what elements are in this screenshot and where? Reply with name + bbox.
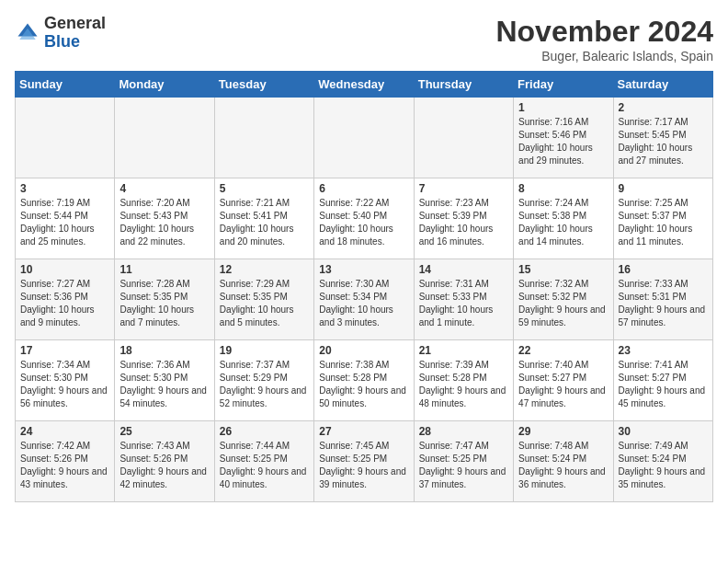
- day-info: Sunrise: 7:48 AM Sunset: 5:24 PM Dayligh…: [518, 440, 608, 491]
- day-number: 26: [220, 425, 309, 438]
- day-number: 23: [619, 344, 708, 357]
- calendar-cell: [115, 98, 214, 178]
- calendar-cell: 29Sunrise: 7:48 AM Sunset: 5:24 PM Dayli…: [514, 421, 613, 502]
- day-number: 28: [419, 425, 508, 438]
- day-number: 1: [518, 101, 608, 114]
- calendar-cell: 2Sunrise: 7:17 AM Sunset: 5:45 PM Daylig…: [613, 98, 712, 178]
- calendar-cell: 12Sunrise: 7:29 AM Sunset: 5:35 PM Dayli…: [214, 259, 313, 340]
- day-number: 19: [220, 344, 309, 357]
- day-number: 9: [619, 182, 708, 195]
- calendar-cell: 25Sunrise: 7:43 AM Sunset: 5:26 PM Dayli…: [115, 421, 214, 502]
- calendar-cell: 18Sunrise: 7:36 AM Sunset: 5:30 PM Dayli…: [115, 340, 214, 421]
- day-info: Sunrise: 7:25 AM Sunset: 5:37 PM Dayligh…: [619, 197, 708, 248]
- day-info: Sunrise: 7:24 AM Sunset: 5:38 PM Dayligh…: [518, 197, 608, 248]
- calendar-cell: 11Sunrise: 7:28 AM Sunset: 5:35 PM Dayli…: [115, 259, 214, 340]
- day-number: 22: [518, 344, 608, 357]
- calendar-cell: 15Sunrise: 7:32 AM Sunset: 5:32 PM Dayli…: [514, 259, 613, 340]
- calendar-cell: 21Sunrise: 7:39 AM Sunset: 5:28 PM Dayli…: [414, 340, 513, 421]
- day-info: Sunrise: 7:42 AM Sunset: 5:26 PM Dayligh…: [20, 440, 109, 491]
- location: Buger, Balearic Islands, Spain: [495, 49, 713, 63]
- week-row-2: 3Sunrise: 7:19 AM Sunset: 5:44 PM Daylig…: [16, 178, 713, 259]
- day-info: Sunrise: 7:49 AM Sunset: 5:24 PM Dayligh…: [619, 440, 708, 491]
- week-row-3: 10Sunrise: 7:27 AM Sunset: 5:36 PM Dayli…: [16, 259, 713, 340]
- day-info: Sunrise: 7:43 AM Sunset: 5:26 PM Dayligh…: [119, 440, 209, 491]
- day-number: 16: [619, 263, 708, 276]
- calendar-cell: 16Sunrise: 7:33 AM Sunset: 5:31 PM Dayli…: [613, 259, 712, 340]
- week-row-1: 1Sunrise: 7:16 AM Sunset: 5:46 PM Daylig…: [16, 98, 713, 178]
- title-area: November 2024 Buger, Balearic Islands, S…: [495, 15, 713, 63]
- calendar-cell: 14Sunrise: 7:31 AM Sunset: 5:33 PM Dayli…: [414, 259, 513, 340]
- day-info: Sunrise: 7:31 AM Sunset: 5:33 PM Dayligh…: [419, 278, 508, 329]
- day-info: Sunrise: 7:32 AM Sunset: 5:32 PM Dayligh…: [518, 278, 608, 329]
- day-info: Sunrise: 7:38 AM Sunset: 5:28 PM Dayligh…: [319, 359, 408, 410]
- day-number: 17: [20, 344, 109, 357]
- week-row-5: 24Sunrise: 7:42 AM Sunset: 5:26 PM Dayli…: [16, 421, 713, 502]
- day-number: 11: [119, 263, 209, 276]
- day-number: 10: [20, 263, 109, 276]
- logo: General Blue: [15, 15, 106, 52]
- header-day-saturday: Saturday: [613, 72, 712, 98]
- header-day-monday: Monday: [115, 72, 214, 98]
- calendar-table: SundayMondayTuesdayWednesdayThursdayFrid…: [15, 71, 713, 502]
- calendar-cell: 28Sunrise: 7:47 AM Sunset: 5:25 PM Dayli…: [414, 421, 513, 502]
- calendar-cell: 5Sunrise: 7:21 AM Sunset: 5:41 PM Daylig…: [214, 178, 313, 259]
- day-number: 20: [319, 344, 408, 357]
- week-row-4: 17Sunrise: 7:34 AM Sunset: 5:30 PM Dayli…: [16, 340, 713, 421]
- logo-text: General Blue: [44, 15, 106, 52]
- calendar-cell: 17Sunrise: 7:34 AM Sunset: 5:30 PM Dayli…: [16, 340, 115, 421]
- day-info: Sunrise: 7:39 AM Sunset: 5:28 PM Dayligh…: [419, 359, 508, 410]
- day-info: Sunrise: 7:30 AM Sunset: 5:34 PM Dayligh…: [319, 278, 408, 329]
- calendar-cell: 8Sunrise: 7:24 AM Sunset: 5:38 PM Daylig…: [514, 178, 613, 259]
- calendar-cell: 23Sunrise: 7:41 AM Sunset: 5:27 PM Dayli…: [613, 340, 712, 421]
- day-number: 30: [619, 425, 708, 438]
- calendar-cell: 19Sunrise: 7:37 AM Sunset: 5:29 PM Dayli…: [214, 340, 313, 421]
- day-number: 5: [220, 182, 309, 195]
- day-number: 6: [319, 182, 408, 195]
- day-info: Sunrise: 7:20 AM Sunset: 5:43 PM Dayligh…: [119, 197, 209, 248]
- calendar-cell: [314, 98, 414, 178]
- calendar-cell: 26Sunrise: 7:44 AM Sunset: 5:25 PM Dayli…: [214, 421, 313, 502]
- day-number: 18: [119, 344, 209, 357]
- calendar-cell: 6Sunrise: 7:22 AM Sunset: 5:40 PM Daylig…: [314, 178, 414, 259]
- calendar-cell: 22Sunrise: 7:40 AM Sunset: 5:27 PM Dayli…: [514, 340, 613, 421]
- day-info: Sunrise: 7:16 AM Sunset: 5:46 PM Dayligh…: [518, 116, 608, 167]
- header-day-wednesday: Wednesday: [314, 72, 414, 98]
- day-number: 24: [20, 425, 109, 438]
- day-info: Sunrise: 7:40 AM Sunset: 5:27 PM Dayligh…: [518, 359, 608, 410]
- day-number: 14: [419, 263, 508, 276]
- day-info: Sunrise: 7:27 AM Sunset: 5:36 PM Dayligh…: [20, 278, 109, 329]
- day-info: Sunrise: 7:23 AM Sunset: 5:39 PM Dayligh…: [419, 197, 508, 248]
- header-day-friday: Friday: [514, 72, 613, 98]
- calendar-cell: 4Sunrise: 7:20 AM Sunset: 5:43 PM Daylig…: [115, 178, 214, 259]
- day-info: Sunrise: 7:33 AM Sunset: 5:31 PM Dayligh…: [619, 278, 708, 329]
- day-info: Sunrise: 7:17 AM Sunset: 5:45 PM Dayligh…: [619, 116, 708, 167]
- calendar-cell: [414, 98, 513, 178]
- header-day-tuesday: Tuesday: [214, 72, 313, 98]
- day-number: 27: [319, 425, 408, 438]
- day-number: 8: [518, 182, 608, 195]
- day-info: Sunrise: 7:44 AM Sunset: 5:25 PM Dayligh…: [220, 440, 309, 491]
- logo-blue: Blue: [44, 33, 106, 52]
- day-info: Sunrise: 7:34 AM Sunset: 5:30 PM Dayligh…: [20, 359, 109, 410]
- calendar-cell: 30Sunrise: 7:49 AM Sunset: 5:24 PM Dayli…: [613, 421, 712, 502]
- day-info: Sunrise: 7:21 AM Sunset: 5:41 PM Dayligh…: [220, 197, 309, 248]
- calendar-cell: 24Sunrise: 7:42 AM Sunset: 5:26 PM Dayli…: [16, 421, 115, 502]
- calendar-cell: 20Sunrise: 7:38 AM Sunset: 5:28 PM Dayli…: [314, 340, 414, 421]
- day-number: 13: [319, 263, 408, 276]
- calendar-cell: 7Sunrise: 7:23 AM Sunset: 5:39 PM Daylig…: [414, 178, 513, 259]
- day-number: 3: [20, 182, 109, 195]
- day-info: Sunrise: 7:29 AM Sunset: 5:35 PM Dayligh…: [220, 278, 309, 329]
- calendar-cell: 27Sunrise: 7:45 AM Sunset: 5:25 PM Dayli…: [314, 421, 414, 502]
- day-number: 25: [119, 425, 209, 438]
- header: General Blue November 2024 Buger, Balear…: [15, 15, 713, 63]
- day-info: Sunrise: 7:28 AM Sunset: 5:35 PM Dayligh…: [119, 278, 209, 329]
- day-number: 15: [518, 263, 608, 276]
- day-info: Sunrise: 7:19 AM Sunset: 5:44 PM Dayligh…: [20, 197, 109, 248]
- day-info: Sunrise: 7:22 AM Sunset: 5:40 PM Dayligh…: [319, 197, 408, 248]
- day-info: Sunrise: 7:45 AM Sunset: 5:25 PM Dayligh…: [319, 440, 408, 491]
- day-number: 7: [419, 182, 508, 195]
- header-day-thursday: Thursday: [414, 72, 513, 98]
- logo-general: General: [44, 15, 106, 33]
- day-number: 12: [220, 263, 309, 276]
- calendar-cell: 1Sunrise: 7:16 AM Sunset: 5:46 PM Daylig…: [514, 98, 613, 178]
